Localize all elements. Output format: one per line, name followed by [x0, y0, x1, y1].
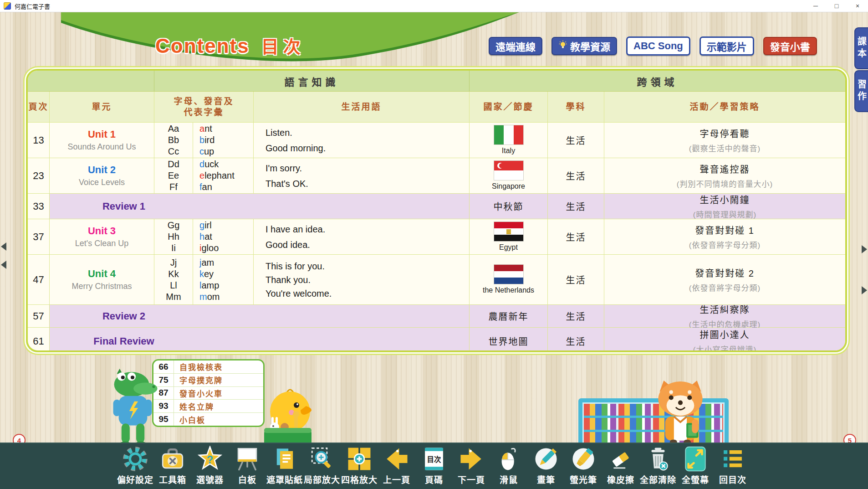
words-cell: jamkeylampmom [193, 255, 254, 305]
unit-cell: Unit 2Voice Levels [50, 158, 154, 194]
window-title: 何嘉仁電子書 [15, 2, 50, 10]
unit-title: Unit 1 [88, 129, 116, 140]
unit-title: Unit 4 [88, 268, 116, 280]
page-cell: 33 [28, 194, 50, 219]
page-forward-arrow[interactable] [862, 245, 867, 253]
toolbar-item-label: 工具箱 [159, 473, 186, 485]
subject-cell: 生活 [548, 123, 604, 158]
words-cell: duckelephantfan [193, 158, 254, 194]
column-header-subject: 學科 [548, 92, 604, 123]
tab-textbook[interactable]: 課本 [854, 27, 868, 69]
appendix-label: 小白板 [174, 414, 205, 425]
activity-title: 字母停看聽 [700, 127, 750, 140]
toolbar-item-eraser[interactable]: 橡皮擦 [602, 443, 639, 489]
page-back-arrow[interactable] [1, 242, 6, 251]
abc-song-button[interactable]: ABC Song [626, 36, 690, 56]
fullscreen-icon [682, 446, 709, 472]
country-cell: the Netherlands [470, 255, 548, 305]
duck-mascot [251, 383, 320, 452]
toolbar-item-fullscreen[interactable]: 全螢幕 [677, 443, 714, 489]
words-cell: girlhatigloo [193, 219, 254, 255]
top-button-label: ABC Song [633, 40, 683, 52]
crocodile-mascot [107, 364, 158, 451]
teaching-resources-button[interactable]: 教學資源 [551, 37, 617, 55]
appendix-label: 自我檢核表 [174, 361, 223, 372]
review-title-cell: Final Review [50, 328, 470, 352]
ebook-app-window: 何嘉仁電子書 ─ □ × Contents 目次 遠端連線教學資源ABC Son… [0, 0, 868, 489]
activity-note: (依發音將字母分類) [689, 282, 761, 293]
mouse-icon [495, 446, 522, 472]
singapore-flag-icon [494, 161, 523, 180]
top-button-label: 教學資源 [570, 39, 610, 53]
zoom-area-icon [309, 446, 335, 472]
close-button[interactable]: × [847, 0, 868, 12]
toolbar-item-pen[interactable]: 畫筆 [528, 443, 564, 489]
letters-cell: DdEeFf [154, 158, 193, 194]
toolbar-item-label: 螢光筆 [570, 473, 597, 485]
page-back-arrow[interactable] [1, 261, 6, 269]
toolbar-item-whiteboard[interactable]: 白板 [229, 443, 266, 489]
zoom-quad-icon [346, 446, 373, 472]
appendix-row: 93姓名立牌 [153, 400, 263, 413]
toolbox-icon [159, 446, 186, 472]
toolbar-item-page-number[interactable]: 目次頁碼 [416, 443, 452, 489]
subject-cell: 生活 [548, 194, 604, 219]
review-title: Review 2 [71, 310, 176, 322]
unit-title: Unit 3 [88, 225, 116, 237]
gear-icon [122, 446, 148, 472]
arrow-left-icon [383, 446, 410, 472]
svg-text:目次: 目次 [427, 455, 441, 463]
list-icon [720, 446, 746, 472]
tab-workbook[interactable]: 習作 [854, 70, 868, 112]
column-header-expressions: 生活用語 [254, 92, 470, 123]
activity-cell: 發音對對碰 1(依發音將字母分類) [604, 219, 845, 255]
toolbar-item-clear-all[interactable]: 全部清除 [640, 443, 676, 489]
letters-cell: JjKkLlMm [154, 255, 193, 305]
toolbar-item-highlighter[interactable]: 螢光筆 [565, 443, 602, 489]
page-title-english: Contents [155, 35, 250, 57]
toolbar-item-back-to-contents[interactable]: 回目次 [715, 443, 751, 489]
subject-cell: 生活 [548, 219, 604, 255]
toolbar-item-prev-page[interactable]: 上一頁 [378, 443, 415, 489]
appendix-label: 字母撲克牌 [174, 374, 223, 386]
unit-subtitle: Voice Levels [79, 178, 125, 187]
activity-note: (時間管理與規劃) [693, 208, 756, 220]
pen-icon [533, 446, 559, 472]
toolbar-item-label: 橡皮擦 [607, 473, 634, 485]
toolbar-item-preferences[interactable]: 偏好設定 [117, 443, 153, 489]
toolbar-item-number-picker[interactable]: ?選號器 [192, 443, 228, 489]
toolbar-item-next-page[interactable]: 下一頁 [453, 443, 490, 489]
toolbar-item-mouse[interactable]: 滑鼠 [490, 443, 527, 489]
country-cell: Singapore [470, 158, 548, 194]
top-button-label: 示範影片 [707, 39, 747, 53]
country-cell: Egypt [470, 219, 548, 255]
contents-table: 語言知識跨領域頁次單元字母、發音及代表字彙生活用語國家／節慶學科活動／學習策略1… [26, 69, 847, 352]
maximize-button[interactable]: □ [826, 0, 847, 12]
shiba-mascot [646, 378, 715, 452]
activity-note: (觀察生活中的聲音) [689, 142, 761, 154]
toolbar-item-zoom-quad[interactable]: 四格放大 [341, 443, 378, 489]
title-bar: 何嘉仁電子書 ─ □ × [0, 0, 868, 12]
phrases-cell: I have an idea.Good idea. [254, 219, 470, 255]
festival-cell: 中秋節 [470, 194, 548, 219]
app-logo-icon [4, 2, 11, 10]
page-background: Contents 目次 遠端連線教學資源ABC Song示範影片發音小書 課本習… [0, 12, 868, 443]
toolbar-item-zoom-area[interactable]: 局部放大 [304, 443, 340, 489]
festival-cell: 農曆新年 [470, 305, 548, 328]
remote-connect-button[interactable]: 遠端連線 [489, 37, 542, 55]
toolbar-item-toolbox[interactable]: 工具箱 [154, 443, 191, 489]
bottom-toolbar: 偏好設定工具箱?選號器白板遮罩貼紙局部放大四格放大上一頁目次頁碼下一頁滑鼠畫筆螢… [0, 443, 868, 489]
star-question-icon: ? [197, 446, 223, 472]
arrow-right-icon [458, 446, 485, 472]
phonics-book-button[interactable]: 發音小書 [763, 37, 817, 55]
review-title: Review 1 [71, 201, 176, 212]
minimize-button[interactable]: ─ [805, 0, 826, 12]
top-button-label: 發音小書 [770, 39, 810, 53]
activity-title: 聲音遙控器 [700, 162, 750, 175]
demo-video-button[interactable]: 示範影片 [700, 36, 754, 56]
phrases-cell: This is for you.Thank you.You're welcome… [254, 255, 470, 305]
activity-cell: 拼圖小達人(大小寫字母辨識) [604, 328, 845, 352]
toolbar-item-mask-sticker[interactable]: 遮罩貼紙 [266, 443, 303, 489]
activity-note: (大小寫字母辨識) [693, 343, 756, 352]
page-forward-arrow[interactable] [862, 286, 867, 294]
